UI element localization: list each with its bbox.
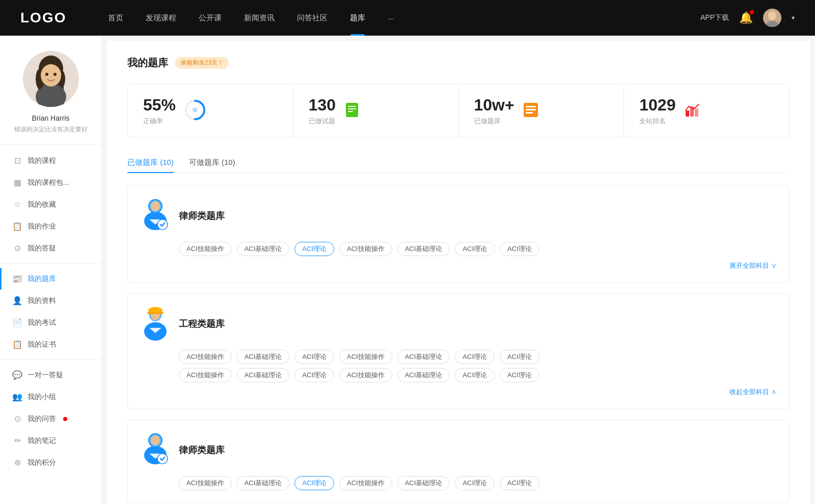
profile-avatar (23, 51, 79, 107)
qb2-tag-r1-2[interactable]: ACI理论 (294, 350, 334, 364)
qb2-tag-r1-5[interactable]: ACI理论 (455, 350, 495, 364)
qb-section-1: 律师类题库 ACI技能操作 ACI基础理论 ACI理论 ACI技能操作 ACI基… (127, 185, 790, 283)
sidebar-item-questions[interactable]: ⊙ 我的问答 (0, 408, 101, 430)
nav-discover[interactable]: 发现课程 (134, 0, 187, 36)
qb1-expand-link[interactable]: 展开全部科目 ∨ (140, 261, 777, 270)
sidebar-item-favorites[interactable]: ☆ 我的收藏 (0, 193, 101, 215)
sidebar-menu: ⊡ 我的课程 ▦ 我的课程包... ☆ 我的收藏 📋 我的作业 ⊙ 我的答疑 📰 (0, 145, 101, 479)
package-icon: ▦ (12, 178, 22, 187)
qb1-header: 律师类题库 (140, 198, 777, 234)
sidebar-item-notes[interactable]: ✏ 我的笔记 (0, 430, 101, 452)
qb1-tag-2[interactable]: ACI理论 (294, 242, 334, 256)
tab-available[interactable]: 可做题库 (10) (189, 153, 235, 173)
qb3-tag-3[interactable]: ACI技能操作 (339, 476, 392, 490)
sidebar-label-questions: 我的问答 (28, 414, 56, 424)
sidebar-item-exam[interactable]: 📄 我的考试 (0, 312, 101, 333)
qb2-tag-r1-3[interactable]: ACI技能操作 (339, 350, 392, 364)
cert-icon: 📋 (12, 340, 22, 349)
svg-rect-23 (526, 112, 533, 114)
qb2-tag-r1-6[interactable]: ACI理论 (500, 350, 539, 364)
sidebar-label-points: 我的积分 (28, 458, 56, 467)
layout: Brian Harris 错误的决定比没有决定要好 ⊡ 我的课程 ▦ 我的课程包… (0, 36, 815, 504)
qb1-tag-3[interactable]: ACI技能操作 (339, 242, 392, 256)
nav-opencourse[interactable]: 公开课 (187, 0, 233, 36)
user-avatar[interactable] (763, 9, 781, 27)
qb2-tag-r2-4[interactable]: ACI基础理论 (397, 368, 450, 382)
sidebar-label-homework: 我的作业 (28, 222, 56, 231)
stat-done-b-value-group: 10w+ 已做题库 (474, 96, 514, 126)
document-icon (344, 102, 360, 118)
tab-done[interactable]: 已做题库 (10) (127, 153, 174, 173)
svg-point-30 (151, 201, 160, 211)
svg-point-15 (193, 107, 198, 113)
engineer-icon (140, 306, 171, 342)
qb2-tag-r1-1[interactable]: ACI基础理论 (237, 350, 290, 364)
questions-icon: ⊙ (12, 414, 22, 424)
qb-section-3: 律师类题库 ACI技能操作 ACI基础理论 ACI理论 ACI技能操作 ACI基… (127, 419, 790, 503)
qb3-tag-1[interactable]: ACI基础理论 (237, 476, 290, 490)
qb2-tag-r1-4[interactable]: ACI基础理论 (397, 350, 450, 364)
qb2-title: 工程类题库 (179, 318, 225, 330)
qb2-tag-r1-0[interactable]: ACI技能操作 (179, 350, 232, 364)
qb3-tag-2[interactable]: ACI理论 (294, 476, 334, 490)
svg-rect-37 (147, 312, 164, 314)
qb2-tag-r2-2[interactable]: ACI理论 (294, 368, 334, 382)
qb3-tag-5[interactable]: ACI理论 (455, 476, 495, 490)
qb2-tag-r2-5[interactable]: ACI理论 (455, 368, 495, 382)
sidebar-item-groups[interactable]: 👥 我的小组 (0, 386, 101, 408)
sidebar-label-courses: 我的课程 (28, 156, 56, 165)
sidebar-item-certificate[interactable]: 📋 我的证书 (0, 333, 101, 355)
stat-accuracy-value-group: 55% 正确率 (143, 96, 176, 126)
qb2-tags-row2: ACI技能操作 ACI基础理论 ACI理论 ACI技能操作 ACI基础理论 AC… (179, 368, 777, 382)
nav-news[interactable]: 新闻资讯 (233, 0, 286, 36)
sidebar-label-package: 我的课程包... (28, 178, 69, 187)
avatar-image (763, 9, 781, 27)
sidebar-item-qa[interactable]: ⊙ 我的答疑 (0, 237, 101, 259)
nav-more[interactable]: ··· (376, 0, 405, 36)
qb1-expand-row: 展开全部科目 ∨ (140, 261, 777, 270)
qb1-tag-5[interactable]: ACI理论 (455, 242, 495, 256)
qb1-tag-1[interactable]: ACI基础理论 (237, 242, 290, 256)
qb1-tag-0[interactable]: ACI技能操作 (179, 242, 232, 256)
lawyer-icon-2 (140, 432, 171, 468)
stat-done-b-icon (523, 102, 539, 120)
qb3-tag-6[interactable]: ACI理论 (500, 476, 539, 490)
app-download[interactable]: APP下载 (700, 13, 729, 22)
sidebar-item-points[interactable]: ⊛ 我的积分 (0, 452, 101, 473)
materials-icon: 👤 (12, 296, 22, 305)
svg-point-12 (53, 73, 57, 76)
qb2-tag-r2-0[interactable]: ACI技能操作 (179, 368, 232, 382)
qb-section-2: 工程类题库 ACI技能操作 ACI基础理论 ACI理论 ACI技能操作 ACI基… (127, 293, 790, 409)
qb2-tag-r2-3[interactable]: ACI技能操作 (339, 368, 392, 382)
bell-button[interactable]: 🔔 (739, 11, 753, 24)
homework-icon: 📋 (12, 221, 22, 231)
sidebar-label-tutoring: 一对一答疑 (28, 371, 63, 380)
logo: LOGO (20, 10, 66, 26)
qb3-tag-4[interactable]: ACI基础理论 (397, 476, 450, 490)
sidebar-item-materials[interactable]: 👤 我的资料 (0, 290, 101, 312)
nav-exam[interactable]: 题库 (339, 0, 376, 36)
sidebar-item-course-package[interactable]: ▦ 我的课程包... (0, 172, 101, 193)
nav-qa[interactable]: 问答社区 (286, 0, 339, 36)
stat-rank-value: 1029 (639, 96, 675, 115)
groups-icon: 👥 (12, 392, 22, 402)
nav-home[interactable]: 首页 (97, 0, 134, 36)
qb2-collapse-link[interactable]: 收起全部科目 ∧ (140, 387, 777, 397)
qb1-tag-4[interactable]: ACI基础理论 (397, 242, 450, 256)
stat-rank-icon (684, 101, 701, 121)
sidebar-item-courses[interactable]: ⊡ 我的课程 (0, 150, 101, 172)
navbar: LOGO 首页 发现课程 公开课 新闻资讯 问答社区 题库 ··· APP下载 … (0, 0, 815, 36)
stat-accuracy: 55% 正确率 (128, 85, 293, 137)
svg-rect-16 (346, 103, 358, 117)
stat-done-q-label: 已做试题 (309, 117, 336, 126)
qb2-tag-r2-6[interactable]: ACI理论 (500, 368, 539, 382)
qb2-tag-r2-1[interactable]: ACI基础理论 (237, 368, 290, 382)
qb1-title: 律师类题库 (179, 210, 225, 222)
sidebar-profile: Brian Harris 错误的决定比没有决定要好 (0, 36, 101, 145)
sidebar-item-tutoring[interactable]: 💬 一对一答疑 (0, 364, 101, 386)
sidebar-item-homework[interactable]: 📋 我的作业 (0, 215, 101, 237)
user-dropdown-chevron[interactable]: ▾ (792, 14, 795, 21)
sidebar-item-question-bank[interactable]: 📰 我的题库 (0, 268, 101, 290)
qb3-tag-0[interactable]: ACI技能操作 (179, 476, 232, 490)
qb1-tag-6[interactable]: ACI理论 (500, 242, 539, 256)
